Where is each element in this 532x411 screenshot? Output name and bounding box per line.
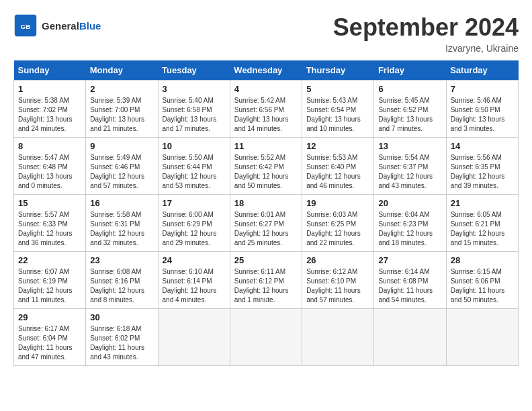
calendar-table: Sunday Monday Tuesday Wednesday Thursday… [13, 60, 519, 366]
day-cell-3: 3Sunrise: 5:40 AMSunset: 6:58 PMDaylight… [158, 81, 230, 138]
day-info: Sunrise: 5:43 AMSunset: 6:54 PMDaylight:… [306, 96, 369, 134]
day-number: 26 [306, 255, 369, 265]
month-title: September 2024 [333, 13, 519, 42]
day-number: 17 [163, 198, 226, 208]
svg-text:GB: GB [21, 23, 31, 30]
day-number: 25 [234, 255, 298, 265]
day-cell-6: 6Sunrise: 5:45 AMSunset: 6:52 PMDaylight… [374, 81, 446, 138]
day-cell-19: 19Sunrise: 6:03 AMSunset: 6:25 PMDayligh… [302, 195, 374, 252]
day-cell-empty [374, 309, 446, 366]
location-text: Izvaryne, Ukraine [333, 43, 519, 54]
day-info: Sunrise: 5:49 AMSunset: 6:46 PMDaylight:… [90, 153, 153, 191]
day-number: 24 [163, 255, 226, 265]
day-cell-4: 4Sunrise: 5:42 AMSunset: 6:56 PMDaylight… [230, 81, 302, 138]
day-cell-13: 13Sunrise: 5:54 AMSunset: 6:37 PMDayligh… [374, 138, 446, 195]
day-number: 21 [451, 198, 514, 208]
week-row-4: 22Sunrise: 6:07 AMSunset: 6:19 PMDayligh… [14, 252, 519, 309]
day-info: Sunrise: 5:47 AMSunset: 6:48 PMDaylight:… [18, 153, 81, 191]
week-row-1: 1Sunrise: 5:38 AMSunset: 7:02 PMDaylight… [14, 81, 519, 138]
day-info: Sunrise: 5:53 AMSunset: 6:40 PMDaylight:… [306, 153, 369, 191]
day-cell-empty [446, 309, 518, 366]
day-number: 16 [90, 198, 153, 208]
day-cell-28: 28Sunrise: 6:15 AMSunset: 6:06 PMDayligh… [446, 252, 518, 309]
week-row-5: 29Sunrise: 6:17 AMSunset: 6:04 PMDayligh… [14, 309, 519, 366]
day-cell-23: 23Sunrise: 6:08 AMSunset: 6:16 PMDayligh… [86, 252, 158, 309]
day-info: Sunrise: 5:50 AMSunset: 6:44 PMDaylight:… [163, 153, 226, 191]
day-info: Sunrise: 6:03 AMSunset: 6:25 PMDaylight:… [306, 210, 369, 248]
day-cell-empty [230, 309, 302, 366]
day-cell-17: 17Sunrise: 6:00 AMSunset: 6:29 PMDayligh… [158, 195, 230, 252]
day-cell-empty [302, 309, 374, 366]
day-info: Sunrise: 5:54 AMSunset: 6:37 PMDaylight:… [378, 153, 441, 191]
day-info: Sunrise: 5:40 AMSunset: 6:58 PMDaylight:… [163, 96, 226, 134]
day-number: 14 [451, 141, 514, 151]
day-info: Sunrise: 5:57 AMSunset: 6:33 PMDaylight:… [18, 210, 81, 248]
week-row-2: 8Sunrise: 5:47 AMSunset: 6:48 PMDaylight… [14, 138, 519, 195]
day-info: Sunrise: 5:52 AMSunset: 6:42 PMDaylight:… [234, 153, 298, 191]
day-cell-2: 2Sunrise: 5:39 AMSunset: 7:00 PMDaylight… [86, 81, 158, 138]
header-wednesday: Wednesday [230, 60, 302, 81]
day-info: Sunrise: 6:00 AMSunset: 6:29 PMDaylight:… [163, 210, 226, 248]
day-info: Sunrise: 6:12 AMSunset: 6:10 PMDaylight:… [306, 267, 369, 305]
logo-text: GeneralBlue [42, 20, 101, 32]
day-cell-25: 25Sunrise: 6:11 AMSunset: 6:12 PMDayligh… [230, 252, 302, 309]
day-info: Sunrise: 5:58 AMSunset: 6:31 PMDaylight:… [90, 210, 153, 248]
day-info: Sunrise: 5:56 AMSunset: 6:35 PMDaylight:… [451, 153, 514, 191]
header-thursday: Thursday [302, 60, 374, 81]
day-info: Sunrise: 5:46 AMSunset: 6:50 PMDaylight:… [451, 96, 514, 134]
logo: GB GeneralBlue [13, 13, 101, 38]
day-number: 27 [378, 255, 441, 265]
logo-icon: GB [13, 13, 38, 38]
day-number: 2 [90, 84, 153, 94]
day-info: Sunrise: 6:14 AMSunset: 6:08 PMDaylight:… [378, 267, 441, 305]
day-info: Sunrise: 6:05 AMSunset: 6:21 PMDaylight:… [451, 210, 514, 248]
day-info: Sunrise: 6:01 AMSunset: 6:27 PMDaylight:… [234, 210, 298, 248]
day-number: 23 [90, 255, 153, 265]
day-cell-10: 10Sunrise: 5:50 AMSunset: 6:44 PMDayligh… [158, 138, 230, 195]
day-cell-21: 21Sunrise: 6:05 AMSunset: 6:21 PMDayligh… [446, 195, 518, 252]
day-cell-22: 22Sunrise: 6:07 AMSunset: 6:19 PMDayligh… [14, 252, 86, 309]
day-number: 11 [234, 141, 298, 151]
day-number: 9 [90, 141, 153, 151]
day-number: 5 [306, 84, 369, 94]
day-cell-20: 20Sunrise: 6:04 AMSunset: 6:23 PMDayligh… [374, 195, 446, 252]
weekday-header-row: Sunday Monday Tuesday Wednesday Thursday… [14, 60, 519, 81]
day-info: Sunrise: 6:08 AMSunset: 6:16 PMDaylight:… [90, 267, 153, 305]
header-tuesday: Tuesday [158, 60, 230, 81]
day-cell-18: 18Sunrise: 6:01 AMSunset: 6:27 PMDayligh… [230, 195, 302, 252]
header-saturday: Saturday [446, 60, 518, 81]
day-number: 20 [378, 198, 441, 208]
day-number: 18 [234, 198, 298, 208]
day-cell-11: 11Sunrise: 5:52 AMSunset: 6:42 PMDayligh… [230, 138, 302, 195]
header-monday: Monday [86, 60, 158, 81]
day-number: 15 [18, 198, 81, 208]
header-friday: Friday [374, 60, 446, 81]
day-cell-27: 27Sunrise: 6:14 AMSunset: 6:08 PMDayligh… [374, 252, 446, 309]
day-info: Sunrise: 6:18 AMSunset: 6:02 PMDaylight:… [90, 324, 153, 362]
day-cell-15: 15Sunrise: 5:57 AMSunset: 6:33 PMDayligh… [14, 195, 86, 252]
day-number: 3 [163, 84, 226, 94]
day-number: 28 [451, 255, 514, 265]
day-number: 7 [451, 84, 514, 94]
day-number: 12 [306, 141, 369, 151]
day-cell-12: 12Sunrise: 5:53 AMSunset: 6:40 PMDayligh… [302, 138, 374, 195]
day-number: 10 [163, 141, 226, 151]
day-number: 13 [378, 141, 441, 151]
day-cell-empty [158, 309, 230, 366]
day-info: Sunrise: 6:04 AMSunset: 6:23 PMDaylight:… [378, 210, 441, 248]
day-info: Sunrise: 6:10 AMSunset: 6:14 PMDaylight:… [163, 267, 226, 305]
day-number: 8 [18, 141, 81, 151]
day-cell-30: 30Sunrise: 6:18 AMSunset: 6:02 PMDayligh… [86, 309, 158, 366]
day-number: 29 [18, 312, 81, 322]
day-number: 22 [18, 255, 81, 265]
day-number: 30 [90, 312, 153, 322]
title-area: September 2024 Izvaryne, Ukraine [333, 13, 519, 54]
day-cell-7: 7Sunrise: 5:46 AMSunset: 6:50 PMDaylight… [446, 81, 518, 138]
page-header: GB GeneralBlue September 2024 Izvaryne, … [13, 13, 519, 54]
day-info: Sunrise: 5:45 AMSunset: 6:52 PMDaylight:… [378, 96, 441, 134]
day-info: Sunrise: 5:38 AMSunset: 7:02 PMDaylight:… [18, 96, 81, 134]
day-cell-9: 9Sunrise: 5:49 AMSunset: 6:46 PMDaylight… [86, 138, 158, 195]
day-info: Sunrise: 6:17 AMSunset: 6:04 PMDaylight:… [18, 324, 81, 362]
day-info: Sunrise: 5:39 AMSunset: 7:00 PMDaylight:… [90, 96, 153, 134]
day-number: 1 [18, 84, 81, 94]
